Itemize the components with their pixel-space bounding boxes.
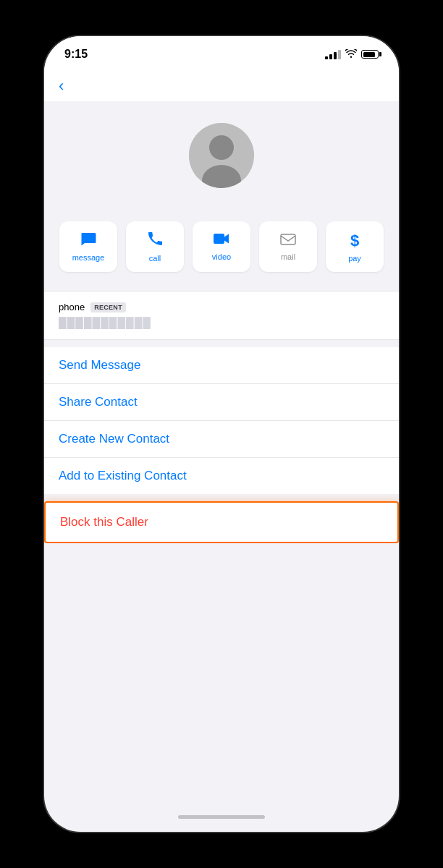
video-icon — [213, 232, 230, 249]
add-to-existing-label: Add to Existing Contact — [59, 469, 187, 482]
mail-icon — [280, 232, 296, 249]
status-icons — [325, 49, 379, 60]
recent-badge: RECENT — [90, 302, 126, 312]
video-label: video — [212, 252, 231, 261]
mail-label: mail — [281, 252, 295, 261]
block-caller-item[interactable]: Block this Caller — [46, 503, 397, 542]
status-time: 9:15 — [64, 48, 88, 61]
phone-number: ███████████ — [59, 317, 384, 329]
pay-button[interactable]: $ pay — [326, 221, 384, 272]
message-button[interactable]: message — [59, 221, 117, 272]
back-button[interactable]: ‹ — [59, 77, 64, 95]
phone-frame: 9:15 ‹ — [44, 36, 399, 832]
nav-bar: ‹ — [44, 68, 399, 101]
call-icon — [147, 231, 163, 250]
signal-icon — [325, 50, 341, 59]
svg-rect-4 — [281, 234, 295, 244]
wifi-icon — [345, 49, 357, 60]
create-new-contact-item[interactable]: Create New Contact — [44, 421, 399, 458]
video-button[interactable]: video — [193, 221, 250, 272]
message-label: message — [72, 253, 105, 262]
create-new-contact-label: Create New Contact — [59, 432, 169, 446]
battery-icon — [361, 50, 379, 59]
avatar-section — [44, 101, 399, 210]
block-section: Block this Caller — [44, 501, 399, 543]
phone-section: phone RECENT ███████████ — [44, 291, 399, 340]
block-caller-label: Block this Caller — [60, 515, 148, 529]
pay-icon: $ — [350, 231, 359, 250]
menu-section: Send Message Share Contact Create New Co… — [44, 347, 399, 494]
message-icon — [80, 231, 96, 250]
call-button[interactable]: call — [126, 221, 184, 272]
action-buttons-row: message call video — [44, 210, 399, 284]
svg-rect-3 — [214, 234, 224, 244]
bottom-area — [44, 543, 399, 702]
phone-label: phone — [59, 302, 85, 312]
pay-label: pay — [348, 254, 361, 263]
home-indicator — [178, 815, 265, 819]
send-message-item[interactable]: Send Message — [44, 347, 399, 384]
phone-label-row: phone RECENT — [59, 302, 384, 312]
mail-button[interactable]: mail — [259, 221, 317, 272]
share-contact-label: Share Contact — [59, 395, 138, 409]
avatar — [189, 123, 254, 188]
send-message-label: Send Message — [59, 358, 140, 372]
share-contact-item[interactable]: Share Contact — [44, 384, 399, 421]
svg-point-1 — [209, 135, 234, 160]
call-label: call — [149, 254, 161, 263]
add-to-existing-item[interactable]: Add to Existing Contact — [44, 458, 399, 494]
status-bar: 9:15 — [44, 36, 399, 68]
